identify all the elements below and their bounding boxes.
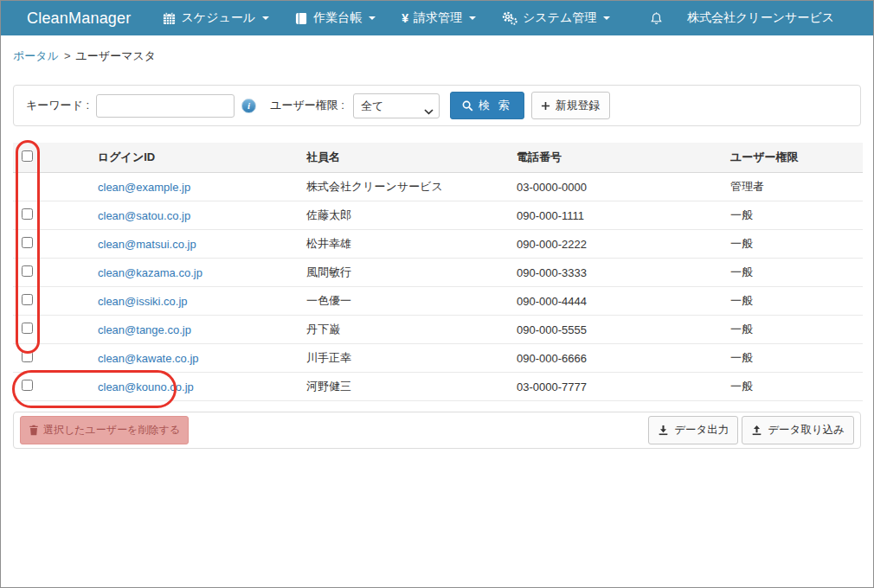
user-table: ログインID 社員名 電話番号 ユーザー権限 clean@example.jp …: [13, 143, 863, 401]
phone-cell: 090-000-5555: [510, 316, 723, 344]
book-icon: [295, 12, 308, 25]
download-icon: [658, 425, 669, 436]
header-employee-name: 社員名: [299, 143, 510, 173]
table-row: clean@example.jp 株式会社クリーンサービス 03-0000-00…: [13, 173, 863, 201]
data-export-label: データ出力: [674, 423, 729, 438]
permission-cell: 一般: [723, 201, 863, 230]
row-checkbox[interactable]: [22, 323, 33, 334]
employee-name-cell: 川手正幸: [299, 344, 510, 373]
table-row: clean@kawate.co.jp 川手正幸 090-000-6666 一般: [13, 344, 863, 373]
phone-cell: 03-0000-0000: [510, 173, 723, 201]
employee-name-cell: 風間敏行: [299, 259, 510, 287]
table-row: clean@kouno.co.jp 河野健三 03-0000-7777 一般: [13, 373, 863, 401]
permission-cell: 一般: [723, 316, 863, 344]
trash-icon: [29, 425, 39, 436]
footer-action-panel: 選択したユーザーを削除する データ出力 デ: [13, 412, 861, 449]
employee-name-cell: 佐藤太郎: [299, 201, 510, 230]
permission-label: ユーザー権限 :: [270, 98, 344, 113]
employee-name-cell: 丹下巌: [299, 316, 510, 344]
table-row: clean@kazama.co.jp 風間敏行 090-000-3333 一般: [13, 259, 863, 287]
menu-system[interactable]: システム管理: [489, 1, 623, 35]
login-id-link[interactable]: clean@tange.co.jp: [98, 323, 191, 336]
header-login-id: ログインID: [91, 143, 299, 173]
table-body: clean@example.jp 株式会社クリーンサービス 03-0000-00…: [13, 173, 863, 401]
permission-select[interactable]: 全て: [353, 93, 440, 118]
phone-cell: 090-000-6666: [510, 344, 723, 373]
navbar: CleanManager スケジュール: [1, 1, 873, 35]
permission-cell: 一般: [723, 230, 863, 259]
plus-icon: [541, 101, 550, 111]
permission-cell: 管理者: [723, 173, 863, 201]
table-header-row: ログインID 社員名 電話番号 ユーザー権限: [13, 143, 863, 173]
phone-cell: 03-0000-7777: [510, 373, 723, 401]
phone-cell: 090-000-1111: [510, 201, 723, 230]
yen-icon: ¥: [402, 11, 408, 25]
footer-right-buttons: データ出力 データ取り込み: [648, 416, 854, 444]
login-id-link[interactable]: clean@kouno.co.jp: [98, 380, 194, 393]
chevron-down-icon: [603, 16, 610, 20]
delete-selected-label: 選択したユーザーを削除する: [43, 423, 180, 438]
permission-cell: 一般: [723, 287, 863, 316]
menu-schedule-label: スケジュール: [181, 10, 255, 26]
row-checkbox[interactable]: [22, 351, 33, 362]
company-name: 株式会社クリーンサービス: [687, 10, 834, 26]
select-all-checkbox[interactable]: [22, 150, 33, 162]
row-checkbox[interactable]: [22, 208, 33, 220]
breadcrumb: ポータル>ユーザーマスタ: [13, 48, 861, 64]
employee-name-cell: 河野健三: [299, 373, 510, 401]
keyword-input[interactable]: [96, 94, 235, 118]
breadcrumb-portal-link[interactable]: ポータル: [13, 49, 59, 62]
row-checkbox[interactable]: [22, 265, 33, 277]
table-row: clean@tange.co.jp 丹下巌 090-000-5555 一般: [13, 316, 863, 344]
login-id-link[interactable]: clean@matsui.co.jp: [98, 238, 196, 251]
data-import-label: データ取り込み: [768, 423, 845, 438]
table-row: clean@issiki.co.jp 一色優一 090-000-4444 一般: [13, 287, 863, 316]
employee-name-cell: 株式会社クリーンサービス: [299, 173, 510, 201]
table-row: clean@satou.co.jp 佐藤太郎 090-000-1111 一般: [13, 201, 863, 230]
login-id-link[interactable]: clean@example.jp: [98, 181, 190, 194]
brand-logo[interactable]: CleanManager: [27, 10, 131, 28]
menu-work-ledger-label: 作業台帳: [313, 10, 362, 26]
search-button[interactable]: 検 索: [450, 92, 524, 119]
table-row: clean@matsui.co.jp 松井幸雄 090-000-2222 一般: [13, 230, 863, 259]
upload-icon: [751, 425, 762, 436]
chevron-down-icon: [369, 16, 376, 20]
search-panel: キーワード : i ユーザー権限 : 全て 検 索 新規登録: [13, 85, 861, 126]
chevron-down-icon: [262, 16, 269, 20]
login-id-link[interactable]: clean@kazama.co.jp: [98, 266, 202, 279]
data-import-button[interactable]: データ取り込み: [742, 416, 854, 444]
menu-billing-label: 請求管理: [414, 10, 462, 26]
menu-work-ledger[interactable]: 作業台帳: [282, 1, 389, 35]
main-menu: スケジュール 作業台帳 ¥ 請求管理: [150, 1, 623, 35]
data-export-button[interactable]: データ出力: [648, 416, 738, 444]
calendar-icon: [163, 12, 176, 25]
register-button[interactable]: 新規登録: [531, 92, 610, 119]
row-checkbox[interactable]: [22, 380, 33, 391]
menu-system-label: システム管理: [523, 10, 596, 26]
row-checkbox[interactable]: [22, 294, 33, 305]
menu-billing[interactable]: ¥ 請求管理: [389, 1, 489, 35]
employee-name-cell: 一色優一: [299, 287, 510, 316]
login-id-link[interactable]: clean@satou.co.jp: [98, 209, 190, 222]
keyword-label: キーワード :: [26, 98, 89, 113]
search-button-label: 検 索: [479, 98, 512, 113]
breadcrumb-separator: >: [64, 49, 71, 62]
login-id-link[interactable]: clean@issiki.co.jp: [98, 295, 188, 308]
menu-schedule[interactable]: スケジュール: [150, 1, 282, 35]
register-button-label: 新規登録: [556, 98, 601, 113]
employee-name-cell: 松井幸雄: [299, 230, 510, 259]
info-icon: i: [241, 99, 256, 113]
navbar-right: 株式会社クリーンサービス: [650, 10, 873, 26]
phone-cell: 090-000-2222: [510, 230, 723, 259]
row-checkbox[interactable]: [22, 237, 33, 248]
header-phone: 電話番号: [510, 143, 723, 173]
header-permission: ユーザー権限: [723, 143, 863, 173]
search-icon: [462, 100, 473, 112]
notification-bell-icon[interactable]: [650, 11, 663, 26]
app-window: CleanManager スケジュール: [0, 0, 874, 588]
delete-selected-button[interactable]: 選択したユーザーを削除する: [20, 416, 189, 444]
phone-cell: 090-000-3333: [510, 259, 723, 287]
permission-select-wrap: 全て: [353, 93, 440, 118]
login-id-link[interactable]: clean@kawate.co.jp: [98, 352, 199, 365]
cogs-icon: [502, 11, 517, 25]
